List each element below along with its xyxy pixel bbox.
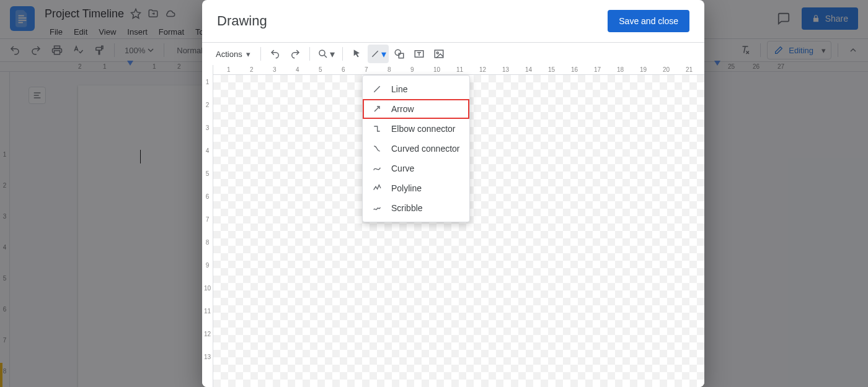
ruler-tick: 5 bbox=[202, 170, 213, 177]
elbow-icon bbox=[371, 123, 383, 134]
line-menu-label: Curved connector bbox=[391, 144, 460, 154]
ruler-tick: 12 bbox=[479, 65, 486, 74]
ruler-tick: 5 bbox=[319, 65, 322, 74]
scribble-icon bbox=[371, 202, 383, 214]
ruler-tick: 19 bbox=[640, 65, 647, 74]
ruler-tick: 10 bbox=[202, 285, 213, 292]
line-menu-label: Line bbox=[391, 84, 407, 94]
ruler-tick: 16 bbox=[571, 65, 578, 74]
shape-tool[interactable] bbox=[390, 45, 409, 63]
line-menu-label: Elbow connector bbox=[391, 124, 456, 134]
svg-line-11 bbox=[372, 51, 378, 56]
ruler-tick: 13 bbox=[502, 65, 509, 74]
dialog-title: Drawing bbox=[217, 13, 267, 29]
ruler-tick: 4 bbox=[296, 65, 299, 74]
ruler-tick: 11 bbox=[456, 65, 463, 74]
ruler-tick: 1 bbox=[202, 79, 213, 85]
svg-line-17 bbox=[374, 86, 379, 92]
ruler-tick: 3 bbox=[202, 124, 213, 131]
ruler-tick: 9 bbox=[202, 262, 213, 269]
svg-point-9 bbox=[319, 50, 325, 56]
redo-icon[interactable] bbox=[286, 45, 304, 63]
ruler-tick: 11 bbox=[202, 308, 213, 315]
line-menu-elbow[interactable]: Elbow connector bbox=[363, 119, 469, 139]
drawing-toolbar: Actions▾ ▾ ▾ bbox=[202, 43, 704, 65]
ruler-tick: 1 bbox=[227, 65, 231, 74]
ruler-tick: 21 bbox=[686, 65, 693, 74]
line-menu-label: Scribble bbox=[391, 203, 423, 213]
curved-icon bbox=[371, 143, 383, 154]
svg-rect-15 bbox=[435, 50, 443, 58]
undo-icon[interactable] bbox=[266, 45, 285, 63]
line-menu-line[interactable]: Line bbox=[363, 79, 469, 99]
ruler-tick: 6 bbox=[342, 65, 345, 74]
ruler-tick: 17 bbox=[594, 65, 601, 74]
svg-point-12 bbox=[395, 50, 401, 55]
select-tool[interactable] bbox=[348, 45, 366, 63]
line-menu-label: Arrow bbox=[391, 104, 414, 114]
ruler-tick: 8 bbox=[388, 65, 391, 74]
ruler-tick: 20 bbox=[663, 65, 670, 74]
drawing-canvas[interactable]: LineArrowElbow connectorCurved connector… bbox=[213, 75, 704, 387]
drawing-vertical-ruler: 12345678910111213 bbox=[202, 65, 213, 387]
ruler-tick: 2 bbox=[250, 65, 254, 74]
line-menu-curve[interactable]: Curve bbox=[363, 159, 469, 178]
ruler-tick: 7 bbox=[365, 65, 368, 74]
line-menu-scribble[interactable]: Scribble bbox=[363, 198, 469, 218]
ruler-tick: 15 bbox=[548, 65, 555, 74]
ruler-tick: 18 bbox=[617, 65, 624, 74]
line-icon bbox=[371, 84, 383, 95]
drawing-dialog: Drawing Save and close Actions▾ ▾ ▾ 1234… bbox=[202, 0, 704, 387]
ruler-tick: 12 bbox=[202, 331, 213, 337]
caret-down-icon: ▾ bbox=[246, 50, 250, 59]
ruler-tick: 6 bbox=[202, 193, 213, 200]
ruler-tick: 13 bbox=[202, 354, 213, 360]
ruler-tick: 8 bbox=[202, 239, 213, 246]
svg-rect-13 bbox=[399, 53, 404, 58]
ruler-tick: 7 bbox=[202, 216, 213, 223]
ruler-tick: 14 bbox=[525, 65, 532, 74]
line-tool-dropdown: LineArrowElbow connectorCurved connector… bbox=[362, 75, 470, 222]
polyline-icon bbox=[371, 183, 383, 194]
caret-down-icon: ▾ bbox=[330, 48, 335, 60]
actions-label: Actions bbox=[216, 50, 242, 59]
line-menu-label: Curve bbox=[391, 163, 414, 173]
ruler-tick: 4 bbox=[202, 147, 213, 154]
line-menu-arrow[interactable]: Arrow bbox=[363, 99, 469, 119]
caret-down-icon: ▾ bbox=[381, 48, 386, 60]
actions-menu[interactable]: Actions▾ bbox=[211, 45, 255, 63]
line-menu-curved[interactable]: Curved connector bbox=[363, 139, 469, 159]
svg-line-10 bbox=[324, 55, 327, 58]
line-tool[interactable]: ▾ bbox=[368, 45, 389, 63]
ruler-tick: 9 bbox=[410, 65, 414, 74]
svg-point-16 bbox=[436, 52, 438, 54]
textbox-tool[interactable] bbox=[410, 45, 428, 63]
ruler-tick: 10 bbox=[433, 65, 440, 74]
ruler-tick: 3 bbox=[273, 65, 277, 74]
line-menu-label: Polyline bbox=[391, 183, 422, 193]
svg-line-18 bbox=[374, 107, 379, 111]
drawing-horizontal-ruler: 123456789101112131415161718192021 bbox=[213, 65, 704, 75]
line-menu-polyline[interactable]: Polyline bbox=[363, 178, 469, 198]
zoom-tool[interactable]: ▾ bbox=[315, 45, 337, 63]
save-and-close-button[interactable]: Save and close bbox=[608, 10, 689, 32]
arrow-icon bbox=[371, 103, 383, 115]
image-tool[interactable] bbox=[430, 45, 448, 63]
curve-icon bbox=[371, 163, 383, 174]
ruler-tick: 2 bbox=[202, 102, 213, 108]
